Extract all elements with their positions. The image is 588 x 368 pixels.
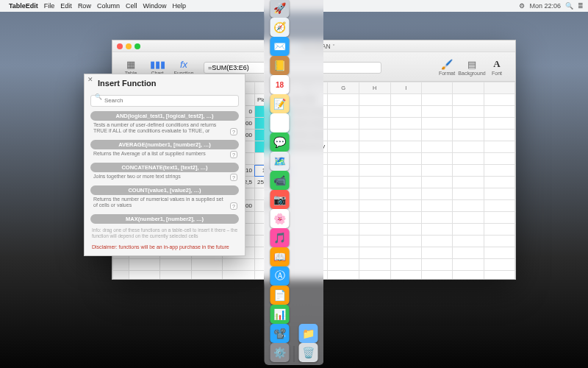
- cell[interactable]: [328, 141, 359, 153]
- function-item[interactable]: COUNT(value1, [value2], …)Returns the nu…: [90, 185, 239, 213]
- cell[interactable]: [484, 271, 514, 280]
- cell[interactable]: [359, 259, 390, 271]
- cell[interactable]: [390, 200, 421, 212]
- cell[interactable]: [328, 200, 359, 212]
- cell[interactable]: [484, 259, 514, 271]
- cell[interactable]: [484, 224, 514, 236]
- menu-column[interactable]: Column: [97, 2, 120, 10]
- window-close-button[interactable]: [117, 43, 123, 49]
- spotlight-icon[interactable]: 🔍: [565, 2, 573, 10]
- cell[interactable]: [484, 141, 514, 153]
- cell[interactable]: [421, 188, 452, 200]
- toolbar-font-button[interactable]: AFont: [484, 57, 509, 76]
- cell[interactable]: [453, 118, 484, 130]
- col-header-H[interactable]: H: [359, 82, 390, 94]
- dock-folder[interactable]: 📁: [299, 324, 318, 343]
- col-header-G[interactable]: G: [328, 82, 359, 94]
- cell[interactable]: [359, 153, 390, 165]
- help-icon[interactable]: ?: [230, 202, 237, 210]
- window-zoom-button[interactable]: [135, 43, 140, 49]
- cell[interactable]: [453, 141, 484, 153]
- cell[interactable]: [421, 153, 452, 165]
- cell[interactable]: [421, 271, 452, 280]
- dock-numbers[interactable]: 📊: [270, 305, 290, 324]
- cell[interactable]: [328, 177, 359, 188]
- app-name[interactable]: TableEdit: [9, 2, 38, 10]
- dock-preferences[interactable]: ⚙️: [270, 343, 290, 362]
- dock-facetime[interactable]: 📹: [270, 171, 290, 190]
- cell[interactable]: [359, 188, 390, 200]
- cell[interactable]: [421, 118, 452, 130]
- cell[interactable]: [421, 200, 452, 212]
- cell[interactable]: [328, 188, 359, 200]
- cell[interactable]: [453, 130, 484, 141]
- dock-calendar[interactable]: 18: [270, 75, 290, 94]
- cell[interactable]: [160, 271, 192, 280]
- cell[interactable]: [390, 236, 421, 247]
- cell[interactable]: [484, 130, 514, 141]
- wifi-icon[interactable]: ⚙︎: [519, 2, 525, 10]
- cell[interactable]: [484, 200, 514, 212]
- cell[interactable]: [484, 177, 514, 188]
- dock-photos[interactable]: 🌸: [270, 209, 290, 228]
- toolbar-background-button[interactable]: ▤Background: [459, 57, 484, 76]
- help-icon[interactable]: ?: [230, 128, 237, 135]
- cell[interactable]: [328, 118, 359, 130]
- cell[interactable]: [390, 259, 421, 271]
- cell[interactable]: [390, 141, 421, 153]
- cell[interactable]: [223, 259, 255, 271]
- cell[interactable]: [421, 106, 452, 118]
- function-item[interactable]: CONCATENATE(text1, [text2], …)Joins toge…: [90, 163, 239, 183]
- cell[interactable]: [453, 259, 484, 271]
- dock-reminders[interactable]: ✔︎: [270, 113, 290, 132]
- cell[interactable]: [453, 106, 484, 118]
- cell[interactable]: [421, 177, 452, 188]
- col-header-I[interactable]: I: [390, 82, 421, 94]
- cell[interactable]: [359, 106, 390, 118]
- cell[interactable]: [359, 212, 390, 224]
- cell[interactable]: [453, 212, 484, 224]
- cell[interactable]: [484, 247, 514, 259]
- cell[interactable]: [421, 236, 452, 247]
- cell[interactable]: [484, 165, 514, 177]
- cell[interactable]: [421, 259, 452, 271]
- cell[interactable]: [421, 141, 452, 153]
- cell[interactable]: [359, 118, 390, 130]
- cell[interactable]: [223, 271, 255, 280]
- cell[interactable]: [453, 271, 484, 280]
- notification-center-icon[interactable]: ≣: [578, 2, 584, 10]
- menu-row[interactable]: Row: [78, 2, 91, 10]
- menu-help[interactable]: Help: [172, 2, 186, 10]
- clock[interactable]: Mon 22:06: [529, 2, 561, 10]
- cell[interactable]: [328, 165, 359, 177]
- cell[interactable]: [328, 259, 359, 271]
- cell[interactable]: [390, 224, 421, 236]
- cell[interactable]: [421, 94, 452, 106]
- function-item[interactable]: MAX(number1, [number2], …): [90, 214, 239, 224]
- cell[interactable]: [191, 259, 223, 271]
- cell[interactable]: [390, 130, 421, 141]
- cell[interactable]: [390, 271, 421, 280]
- cell[interactable]: [453, 165, 484, 177]
- dock-pages[interactable]: 📄: [270, 286, 290, 305]
- dock-mail[interactable]: ✉️: [270, 37, 290, 56]
- cell[interactable]: [359, 271, 390, 280]
- cell[interactable]: [484, 188, 514, 200]
- panel-close-button[interactable]: ✕: [87, 76, 93, 83]
- cell[interactable]: [129, 271, 160, 280]
- function-item[interactable]: AND(logical_test1, [logical_test2], …)Te…: [90, 111, 239, 138]
- cell[interactable]: [359, 141, 390, 153]
- dock-appstore[interactable]: Ⓐ: [270, 266, 290, 286]
- cell[interactable]: [453, 188, 484, 200]
- cell[interactable]: [359, 94, 390, 106]
- cell[interactable]: [390, 106, 421, 118]
- dock-notes[interactable]: 📝: [270, 94, 290, 113]
- dock-safari[interactable]: 🧭: [270, 18, 290, 37]
- cell[interactable]: [160, 259, 192, 271]
- cell[interactable]: [484, 153, 514, 165]
- cell[interactable]: [328, 247, 359, 259]
- cell[interactable]: [328, 153, 359, 165]
- cell[interactable]: [421, 212, 452, 224]
- cell[interactable]: [390, 188, 421, 200]
- cell[interactable]: [390, 247, 421, 259]
